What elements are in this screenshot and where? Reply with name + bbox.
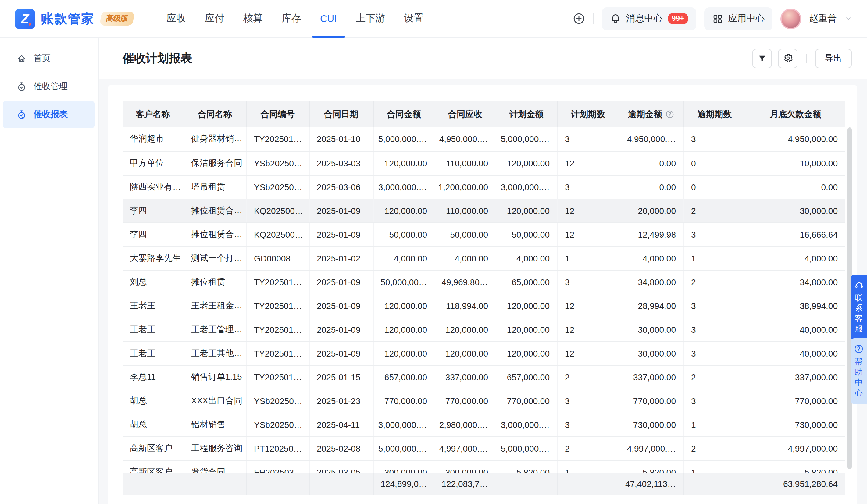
app-logo-icon[interactable]: Z [15, 8, 35, 29]
table-cell: 1 [557, 246, 619, 270]
table-cell: 3 [557, 389, 619, 413]
table-cell: 胡总 [122, 389, 183, 413]
table-cell: 5,000,000.… [496, 436, 557, 460]
help-center-button[interactable]: 帮助中心 [850, 338, 867, 404]
table-cell: 2025-04-11 [309, 413, 373, 436]
nav-item-CUI[interactable]: CUI [320, 0, 337, 37]
table-cell: 2 [684, 365, 746, 389]
table-row[interactable]: 陕西实业有…塔吊租赁YSb20250…2025-03-063,000,000.…… [122, 175, 845, 199]
column-header-label: 合同日期 [324, 109, 358, 120]
table-row[interactable]: 李四摊位租赁合…KQ202500…2025-01-0950,000.0050,0… [122, 222, 845, 246]
table-cell: 王老王其他… [183, 341, 246, 365]
summary-cell [246, 473, 309, 495]
plus-circle-icon[interactable] [572, 12, 585, 25]
table-cell: 337,000.00 [619, 365, 684, 389]
sidebar-item-home[interactable]: 首页 [3, 45, 95, 72]
table-cell: 12 [557, 151, 619, 175]
table-row[interactable]: 甲方单位保洁服务合同YSb20250…2025-03-03120,000.001… [122, 151, 845, 175]
table-cell: 120,000.00 [496, 294, 557, 318]
table-cell: 120,000.00 [496, 318, 557, 341]
nav-item-上下游[interactable]: 上下游 [356, 0, 385, 37]
user-avatar[interactable] [780, 8, 801, 29]
user-name[interactable]: 赵重普 [809, 13, 836, 24]
table-row[interactable]: 高新区客户工程服务咨询PT120250…2025-02-085,000,000.… [122, 436, 845, 460]
filter-button[interactable] [752, 48, 772, 68]
column-header-label: 月底欠款金额 [770, 109, 821, 120]
table-cell: 12,499.98 [619, 222, 684, 246]
table-cell: 5,000,000.… [496, 127, 557, 151]
table-cell: 5,000,000.… [373, 127, 435, 151]
table-cell: 2,980,000.… [435, 413, 496, 436]
table-cell: 4,997,000.… [435, 436, 496, 460]
summary-cell [122, 473, 183, 495]
table-cell: 120,000.00 [435, 341, 496, 365]
table-cell: 4,950,000.00 [746, 127, 845, 151]
table-cell: 2025-01-02 [309, 246, 373, 270]
table-cell: 3 [557, 175, 619, 199]
table-row[interactable]: 胡总铝材销售YSb20250…2025-04-113,000,000.…2,98… [122, 413, 845, 436]
table-cell: 4,997,000.… [619, 436, 684, 460]
message-center-button[interactable]: 消息中心 99+ [601, 7, 696, 30]
table-row[interactable]: 刘总摊位租赁TY202501…2025-01-0950,000,00…49,96… [122, 270, 845, 294]
table-cell: 王老王 [122, 294, 183, 318]
table-cell: 陕西实业有… [122, 175, 183, 199]
column-header-3: 合同编号 [246, 101, 309, 127]
table-cell: 4,000.00 [746, 246, 845, 270]
table-row[interactable]: 大寨路李先生测试一个打…GD000082025-01-024,000.004,0… [122, 246, 845, 270]
app-center-button[interactable]: 应用中心 [704, 7, 772, 30]
table-cell: 50,000.00 [373, 222, 435, 246]
nav-item-库存[interactable]: 库存 [282, 0, 301, 37]
table-cell: TY202501… [246, 318, 309, 341]
table-row[interactable]: 胡总XXX出口合同YSb20250…2025-01-23770,000.0077… [122, 389, 845, 413]
table-cell: 4,000.00 [435, 246, 496, 270]
table-header-row: 客户名称合同名称合同编号合同日期合同金额合同应收计划金额计划期数逾期金额逾期期数… [122, 101, 845, 127]
table-row[interactable]: 李四摊位租赁合…KQ202500…2025-01-09120,000.00110… [122, 199, 845, 222]
help-center-label: 帮助中心 [855, 357, 863, 398]
sidebar-item-collection-report[interactable]: 催收报表 [3, 101, 95, 128]
table-row[interactable]: 华润超市健身器材销…TY202501…2025-01-105,000,000.…… [122, 127, 845, 151]
table-cell: 12 [557, 294, 619, 318]
table-row[interactable]: 王老王王老王管理…TY202501…2025-01-09120,000.0012… [122, 318, 845, 341]
column-header-label: 逾期金额 [628, 109, 662, 120]
nav-item-应付[interactable]: 应付 [205, 0, 224, 37]
table-cell: 高新区客户 [122, 436, 183, 460]
stopwatch-check-icon [17, 109, 27, 120]
table-row[interactable]: 李总11销售订单1.15TY202501…2025-01-15657,000.0… [122, 365, 845, 389]
nav-item-设置[interactable]: 设置 [404, 0, 424, 37]
table-cell: PT120250… [246, 436, 309, 460]
table-cell: 3 [557, 413, 619, 436]
export-button[interactable]: 导出 [815, 48, 852, 68]
column-header-label: 合同金额 [387, 109, 421, 120]
help-icon[interactable] [665, 110, 674, 119]
sidebar-item-label: 催收管理 [33, 81, 68, 92]
table-cell: 40,000.00 [746, 318, 845, 341]
nav-item-应收[interactable]: 应收 [167, 0, 186, 37]
table-cell: 王老王租金… [183, 294, 246, 318]
table-cell: 2025-02-08 [309, 436, 373, 460]
table-cell: 120,000.00 [496, 151, 557, 175]
column-header-label: 客户名称 [136, 109, 170, 120]
navbar-divider [593, 13, 593, 24]
table-cell: 铝材销售 [183, 413, 246, 436]
settings-button[interactable] [778, 48, 798, 68]
table-cell: 3 [684, 318, 746, 341]
nav-item-核算[interactable]: 核算 [243, 0, 263, 37]
table-cell: YSb20250… [246, 175, 309, 199]
table-cell: 0.00 [619, 151, 684, 175]
column-header-label: 合同应收 [448, 109, 482, 120]
chevron-down-icon[interactable] [844, 15, 852, 23]
table-row[interactable]: 王老王王老王租金…TY202501…2025-01-09120,000.0011… [122, 294, 845, 318]
table-cell: TY202501… [246, 294, 309, 318]
page-title: 催收计划报表 [122, 50, 192, 66]
summary-cell: 47,402,113… [619, 473, 684, 495]
contact-support-button[interactable]: 联系客服 [850, 275, 867, 340]
sidebar: 首页 催收管理 催收报表 [0, 38, 99, 504]
table-cell: 10,000.00 [746, 151, 845, 175]
apps-grid-icon [712, 13, 723, 24]
product-name: 账款管家 [41, 10, 95, 27]
toolbar-divider [806, 53, 807, 63]
table-cell: 657,000.00 [496, 365, 557, 389]
table-row[interactable]: 王老王王老王其他…TY202501…2025-01-09120,000.0012… [122, 341, 845, 365]
table-cell: 50,000,00… [373, 270, 435, 294]
sidebar-item-collection-management[interactable]: 催收管理 [3, 73, 95, 100]
